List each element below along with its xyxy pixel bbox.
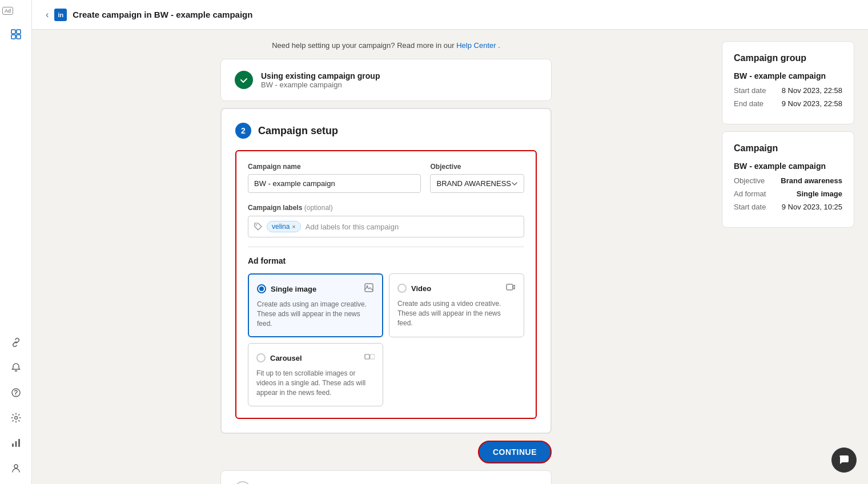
single-image-desc: Create ads using an image creative. Thes…: [257, 300, 374, 328]
objective-value: BRAND AWARENESS: [436, 179, 511, 188]
link-icon[interactable]: [5, 331, 27, 354]
radio-video: [397, 284, 407, 293]
user-icon[interactable]: [5, 457, 27, 479]
svg-rect-2: [11, 35, 15, 39]
right-panel-campaign-name: BW - example campaign: [734, 162, 842, 171]
svg-point-5: [15, 395, 17, 396]
carousel-label: Carousel: [270, 354, 302, 362]
campaign-name-row: Campaign name Objective BRAND AWARENESS: [248, 163, 524, 193]
step-header: 2 Campaign setup: [235, 123, 537, 139]
svg-point-10: [14, 465, 18, 468]
single-image-icon: [364, 283, 374, 295]
chevron-down-icon: [511, 180, 518, 187]
campaign-name-group: Campaign name: [248, 163, 421, 193]
svg-rect-14: [507, 284, 513, 290]
labels-placeholder: Add labels for this campaign: [306, 223, 399, 231]
svg-point-6: [14, 417, 17, 420]
back-button[interactable]: ‹: [46, 10, 49, 20]
video-label: Video: [411, 284, 431, 293]
main-area: Need help setting up your campaign? Read…: [64, 30, 868, 484]
svg-rect-7: [12, 443, 14, 447]
svg-rect-16: [370, 354, 375, 359]
continue-button[interactable]: CONTINUE: [478, 441, 552, 463]
page-title: Create campaign in BW - example campaign: [73, 10, 252, 19]
campaign-ad-format-row: Ad format Single image: [734, 189, 842, 198]
campaign-objective-row: Objective Brand awareness: [734, 176, 842, 185]
ad-format-title: Ad format: [248, 256, 524, 265]
continue-wrapper: CONTINUE: [220, 441, 552, 463]
step-3-number: 3: [235, 481, 251, 484]
carousel-desc: Fit up to ten scrollable images or video…: [256, 369, 375, 397]
campaign-group-card: Using existing campaign group BW - examp…: [220, 59, 552, 101]
right-panel-campaign-title: Campaign: [734, 143, 842, 154]
right-panel-campaign-group-name: BW - example campaign: [734, 71, 842, 80]
label-icon: [254, 223, 262, 231]
right-panel-campaign-group-title: Campaign group: [734, 53, 842, 63]
ad-badge: Ad: [2, 7, 13, 15]
right-panel-campaign: Campaign BW - example campaign Objective…: [722, 131, 854, 228]
campaign-group-start-date-row: Start date 8 Nov 2023, 22:58: [734, 86, 842, 95]
svg-rect-12: [365, 284, 373, 292]
form-section: Campaign name Objective BRAND AWARENESS: [235, 150, 537, 419]
objective-label: Objective: [430, 163, 524, 171]
objective-group: Objective BRAND AWARENESS: [430, 163, 524, 193]
svg-point-11: [256, 224, 257, 225]
chart-icon[interactable]: [5, 431, 27, 454]
radio-single-image: [257, 284, 266, 293]
right-panel: Campaign group BW - example campaign Sta…: [708, 41, 868, 473]
gear-icon[interactable]: [5, 406, 27, 429]
center-content: Need help setting up your campaign? Read…: [64, 41, 708, 473]
grid-icon[interactable]: [5, 23, 27, 46]
help-center-link[interactable]: Help Center: [456, 41, 496, 50]
campaign-group-title: Using existing campaign group: [261, 71, 380, 80]
right-panel-campaign-group: Campaign group BW - example campaign Sta…: [722, 41, 854, 124]
carousel-icon: [364, 352, 375, 364]
campaign-group-end-date-row: End date 9 Nov 2023, 22:58: [734, 99, 842, 108]
help-bar: Need help setting up your campaign? Read…: [272, 41, 500, 50]
top-bar: ‹ in Create campaign in BW - example cam…: [32, 0, 868, 30]
ad-format-single-image[interactable]: Single image Create ads using an image c…: [248, 273, 383, 337]
linkedin-logo: in: [54, 9, 67, 21]
svg-rect-3: [17, 35, 21, 39]
campaign-labels-label: Campaign labels (optional): [248, 204, 333, 212]
svg-rect-15: [365, 354, 369, 359]
label-tag-remove[interactable]: ×: [292, 223, 295, 230]
radio-carousel: [256, 353, 266, 362]
budget-schedule-card: 3 Budget and schedule: [220, 470, 552, 484]
svg-rect-8: [15, 441, 17, 447]
ad-format-video[interactable]: Video Create ads using a video creative.…: [389, 273, 524, 337]
label-tag-velina: velina ×: [267, 221, 301, 232]
campaign-setup-card: 2 Campaign setup Campaign name Objective…: [220, 108, 552, 434]
video-desc: Create ads using a video creative. These…: [397, 299, 516, 328]
ad-format-grid: Single image Create ads using an image c…: [248, 273, 524, 406]
svg-rect-9: [18, 439, 20, 447]
objective-select[interactable]: BRAND AWARENESS: [430, 174, 524, 193]
video-icon: [505, 282, 516, 295]
single-image-label: Single image: [271, 285, 316, 293]
sidebar: Ad: [0, 0, 32, 484]
step-title: Campaign setup: [258, 125, 338, 137]
campaign-group-text: Using existing campaign group BW - examp…: [261, 71, 380, 89]
ad-format-carousel[interactable]: Carousel Fit up to ten scrollable images…: [248, 343, 383, 406]
campaign-labels-section: Campaign labels (optional) velina × Add …: [248, 202, 524, 237]
question-icon[interactable]: [5, 381, 27, 404]
svg-rect-0: [11, 30, 15, 34]
bell-icon[interactable]: [5, 356, 27, 379]
campaign-group-subtitle: BW - example campaign: [261, 80, 380, 89]
chat-bubble[interactable]: [831, 447, 857, 473]
svg-rect-1: [17, 30, 21, 34]
campaign-start-date-row: Start date 9 Nov 2023, 10:25: [734, 203, 842, 211]
step-number: 2: [235, 123, 251, 139]
check-icon: [235, 71, 253, 89]
campaign-name-input[interactable]: [248, 174, 421, 193]
campaign-name-label: Campaign name: [248, 163, 421, 171]
labels-input-box[interactable]: velina × Add labels for this campaign: [248, 216, 524, 237]
